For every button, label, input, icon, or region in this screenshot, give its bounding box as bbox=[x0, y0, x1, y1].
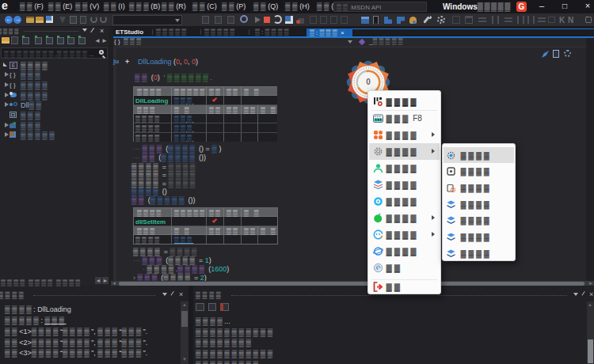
svg-text:0: 0 bbox=[366, 78, 371, 86]
